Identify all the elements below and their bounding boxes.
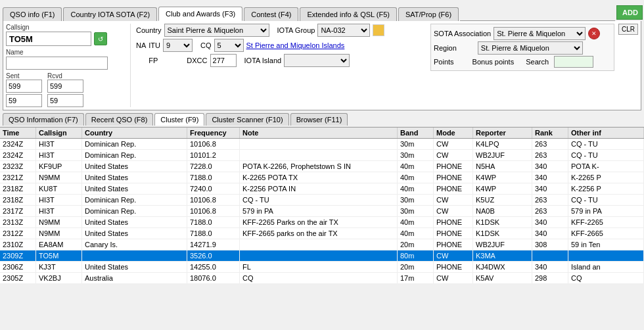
tab-contest[interactable]: Contest (F4) — [244, 7, 298, 21]
sota-region-label: Region — [434, 44, 457, 52]
iota-group-select[interactable]: NA-032 — [317, 24, 370, 37]
table-row[interactable]: 2309ZTO5M3526.080mCWK3MA — [0, 250, 644, 262]
na-label: NA — [136, 41, 146, 49]
country-label: Country — [136, 26, 162, 34]
tab-club-awards[interactable]: Club and Awards (F3) — [158, 7, 242, 21]
country-select[interactable]: Saint Pierre & Miquelon — [164, 24, 269, 37]
tab-cluster-scanner[interactable]: Cluster Scanner (F10) — [206, 113, 288, 126]
col-reporter: Reporter — [473, 128, 532, 138]
col-frequency: Frequency — [187, 128, 240, 138]
callsign-label: Callsign — [6, 24, 125, 31]
clr-button[interactable]: CLR — [618, 24, 638, 35]
iota-island-select[interactable] — [284, 54, 350, 67]
table-row[interactable]: 2313ZN9MMUnited States7188.0KFF-2265 Par… — [0, 217, 644, 228]
col-mode: Mode — [434, 128, 473, 138]
cq-select[interactable]: 5 — [214, 39, 244, 52]
tab-qso-info-f7[interactable]: QSO Information (F7) — [3, 113, 84, 126]
top-tabs: QSO info (F1) Country IOTA SOTA (F2) Clu… — [3, 4, 641, 21]
rcvd-input[interactable] — [47, 80, 83, 93]
sota-points-label: Points — [434, 58, 454, 66]
sent-input[interactable] — [6, 80, 42, 93]
table-row[interactable]: 2323ZKF9UPUnited States7228.0POTA K-2266… — [0, 161, 644, 172]
col-country: Country — [82, 128, 187, 138]
rcvd-label: Rcvd — [47, 72, 83, 80]
table-row[interactable]: 2317ZHI3TDominican Rep.10106.8579 in PA3… — [0, 206, 644, 217]
name-label: Name — [6, 49, 125, 56]
col-callsign: Callsign — [36, 128, 82, 138]
tab-extended-info[interactable]: Extended info & QSL (F5) — [300, 7, 397, 21]
sota-region-select[interactable]: St. Pierre & Miquelon — [478, 41, 583, 55]
sota-association-select[interactable]: St. Pierre & Miquelon — [494, 27, 586, 40]
tab-browser[interactable]: Browser (F11) — [290, 113, 348, 126]
sota-bonus-label: Bonus points — [472, 58, 515, 66]
table-header: Time Callsign Country Frequency Note Ban… — [0, 128, 644, 139]
tab-cluster[interactable]: Cluster (F9) — [154, 113, 204, 126]
name-input[interactable] — [6, 57, 108, 70]
add-button[interactable]: ADD — [616, 5, 643, 20]
sota-remove-button[interactable]: ✕ — [588, 28, 600, 39]
itu-select[interactable]: 9 — [163, 39, 193, 52]
col-band: Band — [398, 128, 434, 138]
sent-label: Sent — [6, 72, 42, 80]
sota-association-label: SOTA Association — [434, 30, 491, 37]
iota-group-label: IOTA Group — [277, 26, 315, 34]
iota-island-label: IOTA Island — [244, 57, 282, 64]
cq-label: CQ — [200, 41, 212, 49]
col-rank: Rank — [532, 128, 568, 138]
cluster-table: Time Callsign Country Frequency Note Ban… — [0, 127, 644, 283]
tab-sat-prop[interactable]: SAT/Prop (F6) — [398, 7, 459, 21]
callsign-row: ↺ — [6, 32, 125, 46]
table-row[interactable]: 2318ZHI3TDominican Rep.10106.8CQ - TU30m… — [0, 195, 644, 206]
sent2-input[interactable] — [6, 94, 42, 107]
col-note: Note — [240, 128, 398, 138]
flag-icon[interactable] — [373, 24, 384, 36]
fp-label: FP — [149, 57, 158, 64]
table-row[interactable]: 2310ZEA8AMCanary Is.14271.920mPHONEWB2JU… — [0, 239, 644, 250]
col-other: Other inf — [568, 128, 644, 138]
sota-search-label: Search — [526, 58, 549, 66]
iota-link[interactable]: St Pierre and Miquelon Islands — [246, 41, 345, 49]
table-body: 2324ZHI3TDominican Rep.10106.830mCWK4LPQ… — [0, 139, 644, 283]
table-row[interactable]: 2306ZKJ3TUnited States14255.0FL20mPHONEK… — [0, 262, 644, 273]
tab-qso-info[interactable]: QSO info (F1) — [3, 7, 62, 21]
itu-label: ITU — [149, 41, 160, 49]
callsign-input[interactable] — [6, 32, 91, 46]
dxcc-label: DXCC — [187, 57, 207, 64]
tab-country-iota[interactable]: Country IOTA SOTA (F2) — [63, 7, 157, 21]
dxcc-input[interactable] — [210, 54, 237, 67]
table-row[interactable]: 2305ZVK2BJAustralia18076.0CQ17mCWK5AV298… — [0, 273, 644, 283]
table-row[interactable]: 2318ZKU8TUnited States7240.0K-2256 POTA … — [0, 183, 644, 195]
table-row[interactable]: 2312ZN9MMUnited States7188.0KFF-2665 par… — [0, 228, 644, 239]
rcvd2-input[interactable] — [47, 94, 83, 107]
bottom-tabs: QSO Information (F7) Recent QSO (F8) Clu… — [3, 113, 641, 126]
tab-recent-qso[interactable]: Recent QSO (F8) — [85, 113, 154, 126]
callsign-lookup-button[interactable]: ↺ — [94, 32, 107, 45]
table-row[interactable]: 2324ZHI3TDominican Rep.10101.230mCWWB2JU… — [0, 150, 644, 161]
table-row[interactable]: 2321ZN9MMUnited States7188.0K-2265 POTA … — [0, 172, 644, 183]
sota-search-input[interactable] — [554, 56, 593, 68]
col-time: Time — [0, 128, 36, 138]
table-row[interactable]: 2324ZHI3TDominican Rep.10106.830mCWK4LPQ… — [0, 139, 644, 150]
